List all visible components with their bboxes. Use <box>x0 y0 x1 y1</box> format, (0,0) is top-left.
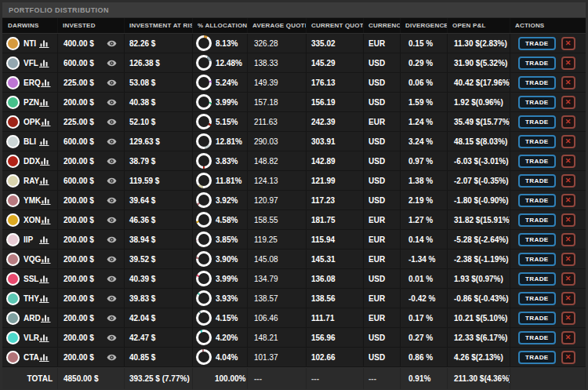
trade-button[interactable]: TRADE <box>518 115 556 129</box>
open-chart-button[interactable] <box>41 78 51 87</box>
close-position-button[interactable]: ✕ <box>561 351 575 364</box>
darwin-name: THY <box>24 294 39 303</box>
trade-button[interactable]: TRADE <box>518 292 556 305</box>
close-icon: ✕ <box>565 216 572 224</box>
open-chart-button[interactable] <box>41 215 51 224</box>
close-position-button[interactable]: ✕ <box>561 56 575 70</box>
current-quote-value: 242.39 <box>307 112 364 131</box>
at-risk-value: 53.08 $ <box>125 73 193 92</box>
at-risk-value: 126.38 $ <box>125 53 193 72</box>
watch-button[interactable] <box>107 138 117 145</box>
open-chart-button[interactable] <box>39 352 49 362</box>
open-chart-button[interactable] <box>39 333 49 342</box>
watch-button[interactable] <box>107 256 117 263</box>
close-position-button[interactable]: ✕ <box>561 213 575 227</box>
open-chart-button[interactable] <box>39 38 49 48</box>
darwin-name: CTA <box>24 353 39 362</box>
close-position-button[interactable]: ✕ <box>561 233 575 246</box>
allocation-value: 3.99% <box>216 98 238 107</box>
watch-button[interactable] <box>107 118 117 126</box>
current-quote-value: 156.96 <box>307 328 364 347</box>
trade-button[interactable]: TRADE <box>518 96 556 109</box>
invested-cell: 600.00 $ <box>58 171 125 190</box>
trade-button[interactable]: TRADE <box>518 213 556 227</box>
close-position-button[interactable]: ✕ <box>561 76 575 89</box>
close-position-button[interactable]: ✕ <box>561 135 575 148</box>
close-position-button[interactable]: ✕ <box>561 115 575 129</box>
trade-button[interactable]: TRADE <box>518 135 556 148</box>
allocation-cell: 4.15% <box>193 308 248 327</box>
close-position-button[interactable]: ✕ <box>561 96 575 109</box>
trade-button[interactable]: TRADE <box>518 194 556 207</box>
open-pl-amount: 1.93 $ <box>454 275 476 283</box>
trade-button[interactable]: TRADE <box>518 37 556 50</box>
watch-button[interactable] <box>107 354 117 361</box>
invested-value: 200.00 $ <box>64 235 94 244</box>
trade-button[interactable]: TRADE <box>518 253 556 266</box>
invested-value: 200.00 $ <box>64 314 94 323</box>
trade-button[interactable]: TRADE <box>518 331 556 344</box>
invested-value: 600.00 $ <box>64 137 94 146</box>
watch-button[interactable] <box>107 177 117 184</box>
close-position-button[interactable]: ✕ <box>561 253 575 266</box>
actions-cell: TRADE ✕ <box>510 151 586 170</box>
open-chart-button[interactable] <box>39 235 49 244</box>
trade-button[interactable]: TRADE <box>518 155 556 168</box>
watch-button[interactable] <box>107 60 117 67</box>
open-chart-button[interactable] <box>41 195 51 205</box>
divergence-value: 0.97 % <box>401 151 448 170</box>
currency-value: USD <box>364 151 401 170</box>
close-position-button[interactable]: ✕ <box>561 312 575 325</box>
watch-button[interactable] <box>107 158 117 165</box>
allocation-donut <box>196 349 212 365</box>
eye-icon <box>107 118 117 126</box>
close-position-button[interactable]: ✕ <box>561 155 575 168</box>
trade-button[interactable]: TRADE <box>518 312 556 325</box>
trade-button[interactable]: TRADE <box>518 233 556 246</box>
open-chart-button[interactable] <box>39 58 49 67</box>
average-quote-value: 138.57 <box>248 289 307 308</box>
open-chart-button[interactable] <box>39 293 49 303</box>
at-risk-value: 39.83 $ <box>125 289 193 308</box>
at-risk-value: 40.39 $ <box>125 269 193 288</box>
watch-button[interactable] <box>107 99 117 106</box>
close-position-button[interactable]: ✕ <box>561 37 575 50</box>
allocation-cell: 5.24% <box>193 73 248 92</box>
watch-button[interactable] <box>107 334 117 341</box>
close-position-button[interactable]: ✕ <box>561 292 575 305</box>
trade-button[interactable]: TRADE <box>518 56 556 70</box>
close-position-button[interactable]: ✕ <box>561 331 575 344</box>
trade-button[interactable]: TRADE <box>518 174 556 188</box>
open-chart-button[interactable] <box>41 117 51 126</box>
open-chart-button[interactable] <box>41 313 51 323</box>
trade-button[interactable]: TRADE <box>518 272 556 286</box>
watch-button[interactable] <box>107 79 117 86</box>
darwin-avatar <box>6 253 20 266</box>
watch-button[interactable] <box>107 295 117 302</box>
watch-button[interactable] <box>107 275 117 282</box>
open-chart-button[interactable] <box>39 176 49 185</box>
darwin-avatar <box>6 155 20 168</box>
eye-icon <box>107 217 117 224</box>
open-chart-button[interactable] <box>41 254 51 264</box>
close-position-button[interactable]: ✕ <box>561 174 575 188</box>
open-chart-button[interactable] <box>39 97 49 107</box>
currency-value: USD <box>364 132 401 151</box>
open-chart-button[interactable] <box>39 137 49 146</box>
darwin-cell: RAY <box>2 171 58 190</box>
currency-value: EUR <box>364 112 401 131</box>
trade-button[interactable]: TRADE <box>518 351 556 364</box>
close-position-button[interactable]: ✕ <box>561 272 575 286</box>
watch-button[interactable] <box>107 217 117 224</box>
open-chart-button[interactable] <box>39 274 49 283</box>
actions-cell: TRADE ✕ <box>510 73 586 92</box>
watch-button[interactable] <box>107 236 117 243</box>
watch-button[interactable] <box>107 315 117 322</box>
watch-button[interactable] <box>107 40 117 47</box>
open-chart-button[interactable] <box>40 156 50 166</box>
allocation-value: 8.13% <box>216 39 238 48</box>
allocation-donut <box>196 35 212 51</box>
trade-button[interactable]: TRADE <box>518 76 556 89</box>
watch-button[interactable] <box>107 197 117 204</box>
close-position-button[interactable]: ✕ <box>561 194 575 207</box>
